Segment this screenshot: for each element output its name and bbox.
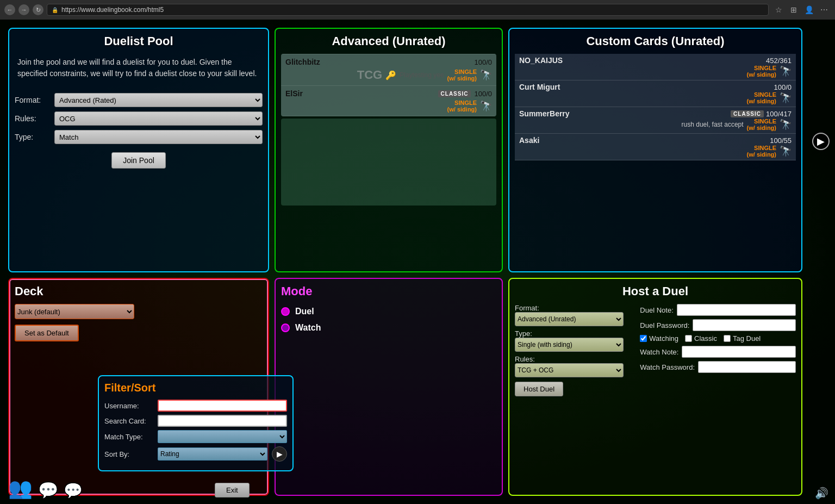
extensions-button[interactable]: ⊞: [787, 3, 800, 16]
duel-note: Playtesting yee: [400, 71, 444, 79]
tag-duel-checkbox[interactable]: [724, 335, 731, 342]
match-type-row: Match Type:: [104, 430, 287, 443]
single-tag: SINGLE(w/ siding): [747, 65, 776, 78]
host-left-column: Format: Advanced (Unrated) Advanced (Rat…: [515, 304, 635, 396]
host-type-label: Type:: [515, 329, 532, 338]
custom-duel-item[interactable]: Curt Migurt 100/0 SINGLE(w/ siding) 🔭: [515, 80, 796, 107]
host-rules-select[interactable]: TCG + OCG TCG OCG: [515, 363, 624, 377]
refresh-button[interactable]: ↻: [33, 4, 43, 15]
custom-cards-list: NO_KAIJUS 452/361 SINGLE(w/ siding) 🔭 Cu…: [515, 54, 796, 160]
duel-note-input[interactable]: [677, 304, 796, 316]
pool-description: Join the pool and we will find a duelist…: [15, 54, 263, 82]
search-card-input[interactable]: [158, 415, 287, 427]
rules-select[interactable]: OCG TCG TCG + OCG: [54, 111, 263, 126]
watch-password-label: Watch Password:: [640, 363, 695, 371]
tag-duel-checkbox-item: Tag Duel: [724, 334, 761, 343]
filter-sort-title: Filter/Sort: [104, 382, 287, 394]
watch-password-input[interactable]: [698, 361, 796, 373]
scroll-right-button[interactable]: ▶: [812, 133, 830, 150]
type-select[interactable]: Match Single Single (with siding): [54, 130, 263, 144]
tag-duel-label: Tag Duel: [733, 334, 761, 343]
custom-duel-item[interactable]: NO_KAIJUS 452/361 SINGLE(w/ siding) 🔭: [515, 54, 796, 80]
forward-button[interactable]: →: [18, 4, 29, 15]
set-default-button[interactable]: Set as Default: [15, 325, 79, 341]
single-tag: SINGLE(w/ siding): [447, 99, 477, 113]
classic-tag: CLASSIC: [731, 110, 764, 117]
host-format-select[interactable]: Advanced (Unrated) Advanced (Rated) Trad…: [515, 312, 624, 326]
deck-select[interactable]: Junk (default): [15, 304, 134, 319]
host-right-column: Duel Note: Duel Password: Watching Class…: [640, 304, 796, 373]
watch-radio-row: Watch: [281, 323, 496, 333]
custom-duel-item[interactable]: SummerBerry CLASSIC 100/417 rush duel, f…: [515, 107, 796, 134]
url-bar[interactable]: 🔒 https://www.duelingbook.com/html5: [47, 4, 769, 16]
host-rules-select-row: TCG + OCG TCG OCG: [515, 363, 635, 377]
glasses-icon[interactable]: 🔭: [480, 100, 492, 112]
key-icon: 🔑: [385, 70, 396, 80]
glasses-icon[interactable]: 🔭: [780, 65, 792, 77]
url-text: https://www.duelingbook.com/html5: [61, 6, 164, 14]
custom-username: Curt Migurt: [519, 83, 560, 91]
watch-note-label: Watch Note:: [640, 348, 678, 356]
username-filter-label: Username:: [104, 402, 153, 410]
type-row: Type: Match Single Single (with siding): [15, 130, 263, 144]
format-select[interactable]: Advanced (Rated) Advanced (Unrated) Trad…: [54, 93, 263, 107]
chat-bubble-2[interactable]: 💬: [64, 482, 83, 500]
users-icon[interactable]: 👥: [8, 477, 33, 500]
host-duel-button[interactable]: Host Duel: [515, 382, 563, 396]
classic-checkbox[interactable]: [685, 335, 692, 342]
custom-duel-item[interactable]: Asaki 100/55 SINGLE(w/ siding) 🔭: [515, 134, 796, 160]
username-filter-input[interactable]: [158, 400, 287, 412]
glasses-icon[interactable]: 🔭: [780, 145, 792, 157]
host-format-select-row: Advanced (Unrated) Advanced (Rated) Trad…: [515, 312, 635, 326]
host-type-select[interactable]: Single (with siding) Match Single: [515, 338, 624, 352]
browser-actions: ☆ ⊞ 👤 ⋯: [772, 3, 831, 16]
single-tag: SINGLE(w/ siding): [747, 145, 776, 158]
more-button[interactable]: ⋯: [818, 3, 831, 16]
glasses-icon[interactable]: 🔭: [780, 119, 792, 130]
join-pool-button[interactable]: Join Pool: [111, 152, 166, 169]
host-duel-title: Host a Duel: [515, 284, 796, 298]
search-card-row: Search Card:: [104, 415, 287, 427]
watch-note-row: Watch Note:: [640, 346, 796, 358]
sort-by-select[interactable]: Rating Username: [158, 447, 267, 461]
watch-radio[interactable]: [281, 323, 290, 332]
watch-note-input[interactable]: [682, 346, 796, 358]
empty-area: [281, 119, 496, 206]
duelist-pool-panel: Duelist Pool Join the pool and we will f…: [8, 28, 269, 272]
rules-label: Rules:: [15, 114, 50, 123]
star-button[interactable]: ☆: [772, 3, 785, 16]
match-type-label: Match Type:: [104, 433, 153, 441]
back-button[interactable]: ←: [4, 4, 15, 15]
custom-score: 100/417: [766, 110, 792, 118]
sound-icon[interactable]: 🔊: [815, 487, 828, 500]
profile-button[interactable]: 👤: [802, 3, 815, 16]
mode-title: Mode: [281, 284, 496, 298]
host-format-label: Format:: [515, 304, 539, 312]
duel-password-input[interactable]: [693, 319, 796, 331]
duel-item[interactable]: Glitchbitz 100/0 TCG 🔑 Playtesting yee S…: [281, 54, 496, 86]
glasses-icon[interactable]: 🔭: [480, 69, 492, 81]
host-format-row: Format:: [515, 304, 635, 312]
deck-title: Deck: [15, 284, 263, 298]
duel-radio[interactable]: [281, 307, 290, 316]
watch-password-row: Watch Password:: [640, 361, 796, 373]
sort-by-label: Sort By:: [104, 450, 153, 458]
duel-note-label: Duel Note:: [640, 306, 673, 314]
duel-score: 100/0: [474, 58, 492, 66]
host-rules-label: Rules:: [515, 355, 535, 363]
chat-bubble-1[interactable]: 💬: [38, 481, 58, 500]
mode-panel: Mode Duel Watch: [275, 278, 503, 496]
duel-item[interactable]: ElSir CLASSIC 100/0 SINGLE(w/ siding) 🔭: [281, 86, 496, 116]
glasses-icon[interactable]: 🔭: [780, 92, 792, 104]
duel-username: ElSir: [285, 89, 303, 98]
match-type-select[interactable]: [158, 430, 287, 443]
duel-password-row: Duel Password:: [640, 319, 796, 331]
custom-cards-panel: Custom Cards (Unrated) NO_KAIJUS 452/361…: [508, 28, 802, 272]
custom-score: 100/0: [774, 83, 792, 91]
watching-checkbox[interactable]: [640, 335, 647, 342]
filter-go-button[interactable]: ▶: [272, 446, 287, 462]
type-label: Type:: [15, 133, 50, 141]
exit-button[interactable]: Exit: [215, 483, 250, 497]
lock-icon: 🔒: [52, 7, 58, 13]
host-duel-panel: Host a Duel Format: Advanced (Unrated) A…: [508, 278, 802, 496]
